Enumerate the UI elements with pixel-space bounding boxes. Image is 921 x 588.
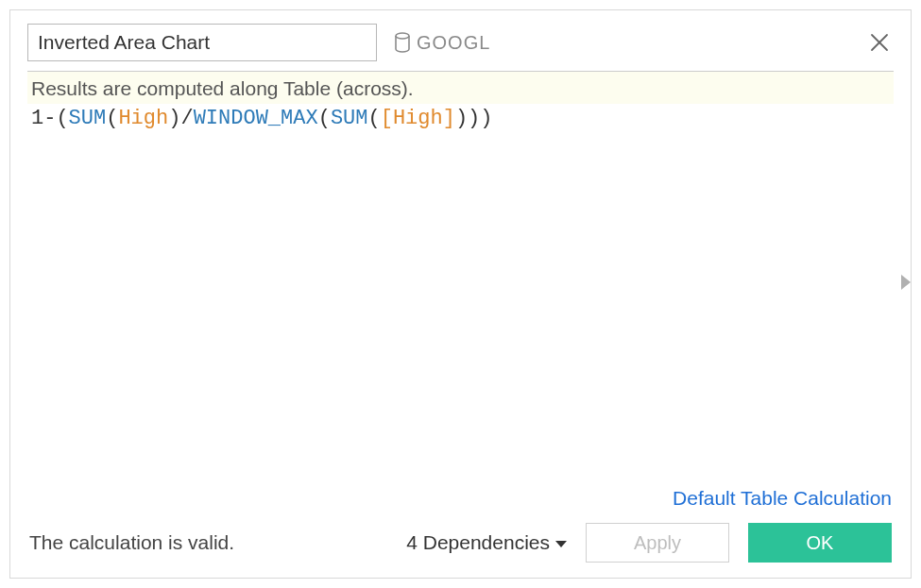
- formula-token: (: [56, 107, 68, 130]
- header: GOOGL: [10, 10, 911, 71]
- expand-arrow-icon[interactable]: [899, 273, 912, 292]
- formula-editor[interactable]: 1-(SUM(High)/WINDOW_MAX(SUM([High]))): [27, 104, 894, 487]
- ok-button[interactable]: OK: [748, 523, 892, 563]
- apply-button[interactable]: Apply: [586, 523, 729, 563]
- formula-token: 1-: [31, 107, 56, 130]
- formula-token: ): [455, 107, 468, 130]
- validation-status: The calculation is valid.: [29, 531, 234, 554]
- datasource-label: GOOGL: [394, 32, 490, 54]
- dependencies-label: 4 Dependencies: [406, 531, 550, 554]
- calculation-name-input[interactable]: [27, 24, 377, 61]
- formula-token: (: [106, 107, 118, 130]
- formula-token: SUM: [69, 107, 107, 130]
- default-table-calculation-link[interactable]: Default Table Calculation: [673, 487, 892, 509]
- footer: The calculation is valid. 4 Dependencies…: [10, 517, 911, 578]
- dependencies-dropdown[interactable]: 4 Dependencies: [406, 531, 567, 554]
- formula-token: (: [318, 107, 331, 130]
- formula-token: High: [118, 107, 168, 130]
- formula-token: SUM: [331, 107, 368, 130]
- formula-token: WINDOW_MAX: [194, 107, 318, 130]
- formula-token: ): [168, 107, 180, 130]
- chevron-down-icon: [555, 541, 567, 547]
- calculation-editor-dialog: GOOGL Results are computed along Table (…: [9, 9, 912, 579]
- svg-point-0: [396, 33, 409, 39]
- compute-info-bar: Results are computed along Table (across…: [27, 71, 894, 104]
- formula-token: ): [480, 107, 492, 130]
- formula-token: (: [367, 107, 380, 130]
- formula-token: ): [468, 107, 480, 130]
- database-icon: [394, 32, 411, 53]
- link-row: Default Table Calculation: [10, 487, 911, 517]
- formula-token: [High]: [381, 107, 455, 130]
- svg-marker-3: [901, 275, 911, 290]
- formula-token: /: [180, 107, 193, 130]
- close-icon[interactable]: [865, 28, 894, 57]
- datasource-name: GOOGL: [417, 32, 490, 54]
